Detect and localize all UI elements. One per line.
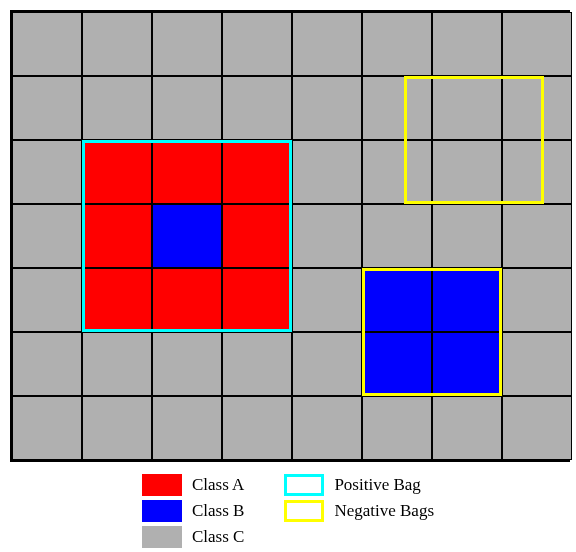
- grid-cell: [12, 140, 82, 204]
- grid-cell: [152, 332, 222, 396]
- grid-cell: [222, 12, 292, 76]
- grid-cell: [362, 268, 432, 332]
- grid-cell: [222, 76, 292, 140]
- grid-cell: [502, 204, 572, 268]
- grid-cell: [432, 204, 502, 268]
- grid-cell: [12, 268, 82, 332]
- grid-cell: [292, 76, 362, 140]
- legend-label: Class B: [192, 501, 244, 521]
- grid-cell: [12, 332, 82, 396]
- grid-cell: [12, 76, 82, 140]
- grid-cell: [82, 204, 152, 268]
- grid-cell: [222, 140, 292, 204]
- legend-label: Negative Bags: [334, 501, 434, 521]
- grid-cell: [362, 204, 432, 268]
- grid-cell: [82, 332, 152, 396]
- grid-cell: [152, 140, 222, 204]
- legend-label: Class C: [192, 527, 244, 547]
- grid: [10, 10, 570, 462]
- swatch-negative-bag: [284, 500, 324, 522]
- legend: Class A Class B Class C Positive Bag Neg…: [10, 474, 566, 548]
- grid-cell: [152, 204, 222, 268]
- grid-cell: [152, 396, 222, 460]
- legend-column-classes: Class A Class B Class C: [142, 474, 244, 548]
- grid-cell: [362, 140, 432, 204]
- grid-cell: [222, 204, 292, 268]
- grid-cell: [82, 396, 152, 460]
- grid-cell: [82, 140, 152, 204]
- grid-cell: [502, 12, 572, 76]
- legend-item-class-a: Class A: [142, 474, 244, 496]
- grid-cell: [222, 268, 292, 332]
- grid-cell: [222, 332, 292, 396]
- grid-cell: [12, 12, 82, 76]
- grid-cell: [502, 140, 572, 204]
- swatch-class-b: [142, 500, 182, 522]
- grid-cell: [432, 268, 502, 332]
- grid-cell: [152, 268, 222, 332]
- legend-item-negative-bag: Negative Bags: [284, 500, 434, 522]
- legend-label: Class A: [192, 475, 244, 495]
- grid-cell: [432, 396, 502, 460]
- grid-cell: [292, 396, 362, 460]
- swatch-class-a: [142, 474, 182, 496]
- grid-cell: [82, 76, 152, 140]
- grid-cell: [432, 140, 502, 204]
- grid-cell: [82, 12, 152, 76]
- grid-cell: [502, 76, 572, 140]
- grid-cell: [222, 396, 292, 460]
- legend-column-bags: Positive Bag Negative Bags: [284, 474, 434, 548]
- grid-cell: [292, 140, 362, 204]
- grid-cell: [292, 204, 362, 268]
- swatch-class-c: [142, 526, 182, 548]
- grid-cell: [292, 268, 362, 332]
- grid-cell: [12, 204, 82, 268]
- grid-cell: [432, 12, 502, 76]
- legend-item-class-b: Class B: [142, 500, 244, 522]
- grid-cell: [152, 12, 222, 76]
- diagram-container: [10, 10, 570, 462]
- grid-cell: [362, 332, 432, 396]
- grid-cell: [12, 396, 82, 460]
- grid-cell: [362, 12, 432, 76]
- grid-cell: [502, 332, 572, 396]
- grid-cell: [292, 332, 362, 396]
- legend-item-positive-bag: Positive Bag: [284, 474, 434, 496]
- grid-cell: [432, 76, 502, 140]
- grid-cell: [82, 268, 152, 332]
- grid-cell: [152, 76, 222, 140]
- grid-cell: [292, 12, 362, 76]
- legend-label: Positive Bag: [334, 475, 420, 495]
- grid-cell: [502, 396, 572, 460]
- swatch-positive-bag: [284, 474, 324, 496]
- grid-cell: [432, 332, 502, 396]
- grid-cell: [362, 396, 432, 460]
- grid-cell: [502, 268, 572, 332]
- grid-cell: [362, 76, 432, 140]
- legend-item-class-c: Class C: [142, 526, 244, 548]
